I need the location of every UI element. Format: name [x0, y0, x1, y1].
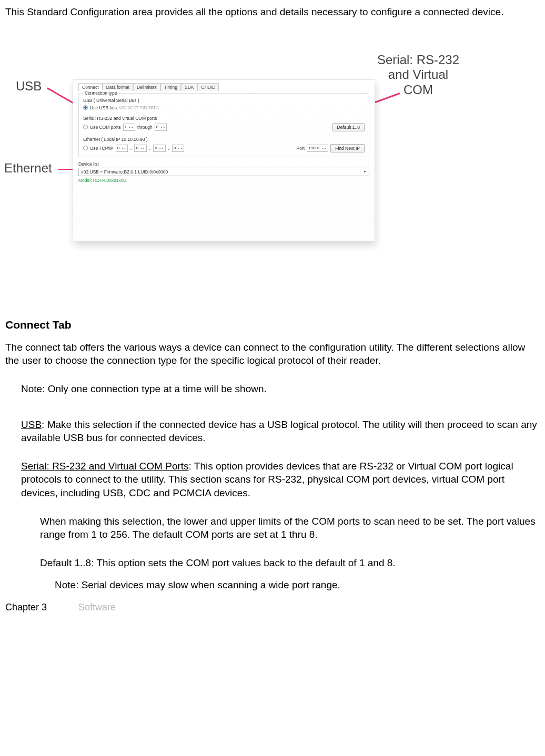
radio-usb-label: Use USB bus	[90, 105, 117, 110]
serial-sub2: Default 1..8: This option sets the COM p…	[40, 556, 540, 570]
device-model: Model: RDR-80xx81xxU	[78, 178, 369, 183]
label-serial: Serial: RS-232 and Virtual COM	[374, 53, 463, 98]
find-next-ip-button[interactable]: Find Next IP	[330, 144, 365, 152]
tab-connect[interactable]: Connect	[78, 83, 103, 91]
radio-ethernet[interactable]	[83, 146, 88, 150]
connect-note1: Note: Only one connection type at a time…	[21, 382, 540, 396]
usb-description: USB: Make this selection if the connecte…	[21, 418, 540, 445]
device-list-value: #02 USB ~ Firmware:B2.0.1 LUID:0/0x0000	[81, 169, 168, 175]
through-label: through	[137, 125, 153, 130]
connect-tab-para1: The connect tab offers the various ways …	[5, 341, 540, 367]
serial-row: Use COM ports 1▲▼ through 8▲▼ Default 1.…	[83, 123, 365, 131]
tab-chuid[interactable]: CHUID	[198, 83, 219, 91]
ethernet-subtitle: Ethernet ( Local IP 10.10.10.98 )	[83, 137, 365, 142]
device-list-heading: Device list	[78, 161, 369, 167]
default-button[interactable]: Default 1..8	[332, 123, 365, 131]
connect-note2: Note: Serial devices may slow when scann…	[55, 578, 540, 592]
label-ethernet: Ethernet	[4, 161, 52, 176]
ip2-spinner[interactable]: 0▲▼	[134, 145, 146, 152]
config-panel: Connect Data format Delimiters Timing SD…	[73, 79, 375, 241]
radio-serial-label: Use COM ports	[90, 125, 121, 130]
com-from-spinner[interactable]: 1▲▼	[123, 124, 135, 131]
panel-tabs: Connect Data format Delimiters Timing SD…	[78, 83, 369, 91]
ip3-spinner[interactable]: 0▲▼	[153, 145, 165, 152]
radio-serial[interactable]	[83, 125, 88, 129]
footer-software: Software	[78, 602, 116, 613]
tab-delimiters[interactable]: Delimiters	[133, 83, 160, 91]
serial-sub1: When making this selection, the lower an…	[40, 515, 540, 542]
usb-subtitle: USB ( Universal Serial Bus )	[83, 98, 365, 103]
port-spinner[interactable]: 10001▲▼	[307, 145, 328, 152]
usb-row: Use USB bus VID 0C27 PID 3BFA	[83, 105, 365, 110]
connection-type-fieldset: Connection type USB ( Universal Serial B…	[78, 93, 369, 157]
device-list-section: Device list #02 USB ~ Firmware:B2.0.1 LU…	[78, 161, 369, 183]
page-footer: Chapter 3 Software	[5, 602, 540, 613]
connect-tab-heading: Connect Tab	[5, 319, 540, 331]
dot-sep: .	[149, 146, 151, 151]
usb-detail: VID 0C27 PID 3BFA	[119, 105, 159, 110]
serial-description: Serial: RS-232 and Virtual COM Ports: Th…	[21, 459, 540, 500]
ip4-spinner[interactable]: 0▲▼	[172, 145, 184, 152]
ip1-spinner[interactable]: 0▲▼	[116, 145, 128, 152]
dot-sep: .	[168, 146, 170, 151]
device-list-combo[interactable]: #02 USB ~ Firmware:B2.0.1 LUID:0/0x0000 …	[78, 168, 369, 176]
chevron-down-icon: ▼	[363, 170, 367, 173]
tab-data-format[interactable]: Data format	[103, 83, 133, 91]
radio-ethernet-label: Use TCP/IP	[90, 146, 114, 151]
port-label: Port	[296, 146, 305, 151]
config-diagram: USB Ethernet Serial: RS-232 and Virtual …	[5, 56, 540, 250]
connection-type-title: Connection type	[83, 90, 118, 96]
com-to-spinner[interactable]: 8▲▼	[155, 124, 167, 131]
ethernet-row: Use TCP/IP 0▲▼ . 0▲▼ . 0▲▼ . 0▲▼ Port 10…	[83, 144, 365, 152]
tab-sdk[interactable]: SDK	[181, 83, 197, 91]
usb-label-underline: USB	[21, 419, 42, 430]
intro-paragraph: This Standard Configuration area provide…	[5, 5, 540, 19]
serial-label-underline: Serial: RS-232 and Virtual COM Ports	[21, 461, 189, 472]
label-usb: USB	[16, 79, 42, 94]
radio-usb[interactable]	[83, 105, 88, 110]
serial-subtitle: Serial: RS-232 and virtual COM ports	[83, 116, 365, 121]
dot-sep: .	[130, 146, 132, 151]
tab-timing[interactable]: Timing	[160, 83, 181, 91]
footer-chapter: Chapter 3	[5, 602, 47, 613]
